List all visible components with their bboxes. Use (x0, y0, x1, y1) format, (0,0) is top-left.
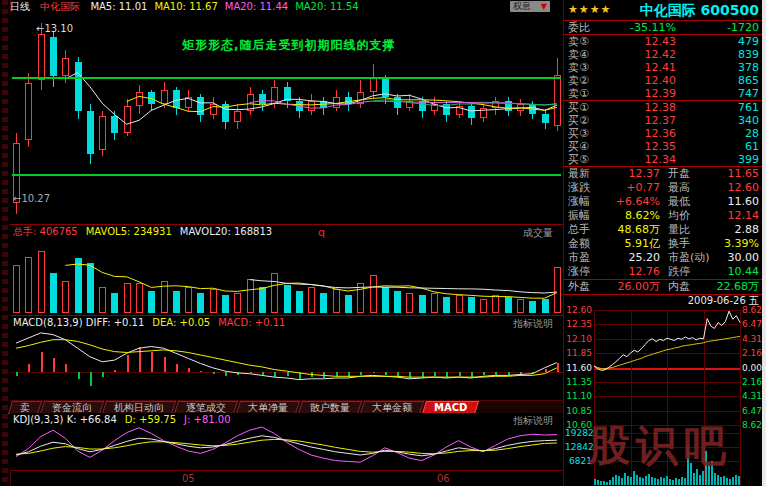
info-row: 最新12.37开盘11.65 (564, 167, 763, 181)
volume-pane[interactable]: 总手: 406765MAVOL5: 234931MAVOL20: 168813 … (10, 224, 563, 316)
kdj-help-link[interactable]: 指标说明 (513, 414, 553, 428)
rating-stars-icon: ★★★★ (568, 0, 611, 20)
ma-label: MA5: 11.01 (90, 1, 147, 12)
bid-row[interactable]: 买④12.3561 (564, 140, 763, 153)
bid-row[interactable]: 买⑤12.34399 (564, 153, 763, 166)
info-row: 涨幅+6.64%最低11.60 (564, 195, 763, 209)
chart-annotation: 矩形形态,随后走受到初期阳线的支撑 (182, 37, 396, 54)
legend-item: MAVOL5: 234931 (86, 226, 172, 237)
time-axis-label: 06 (437, 473, 450, 484)
volume-indicator-label[interactable]: 成交量 (523, 226, 553, 240)
macd-help-link[interactable]: 指标说明 (513, 317, 553, 331)
weibi-label: 委比 (568, 21, 602, 34)
quote-panel: ★★★★ 中化国际 600500 委比 -35.11% -1720 卖⑤12.4… (563, 0, 763, 486)
bid-ladder: 买①12.38761买②12.37340买③12.3628买④12.3561买⑤… (564, 101, 763, 167)
quote-info-grid: 最新12.37开盘11.65涨跌+0.77最高12.60涨幅+6.64%最低11… (564, 167, 763, 295)
ask-row[interactable]: 卖⑤12.43479 (564, 35, 763, 48)
resistance-line (12, 77, 561, 79)
ma-label: MA20: 11.44 (225, 1, 288, 12)
watermark-q: q (318, 226, 325, 239)
bid-row[interactable]: 买②12.37340 (564, 114, 763, 127)
ma-label: MA20: 11.54 (295, 1, 358, 12)
ma-values: MA5: 11.01MA10: 11.67MA20: 11.44MA20: 11… (90, 1, 365, 12)
legend-item: MAVOL20: 168813 (180, 226, 272, 237)
weibi-pct: -35.11% (602, 21, 676, 34)
legend-item: MACD: +0.11 (218, 317, 285, 328)
trading-terminal-window: 日线 中化国际 MA5: 11.01MA10: 11.67MA20: 11.44… (0, 0, 766, 486)
peak-price-label: ←13.10 (36, 23, 73, 34)
legend-item: KDJ(9,3,3) K: +66.84 (13, 414, 117, 425)
info-row: 外盘26.00万内盘22.68万 (564, 279, 763, 295)
info-row: 振幅8.62%均价12.14 (564, 209, 763, 223)
bid-row[interactable]: 买①12.38761 (564, 101, 763, 114)
volume-header: 总手: 406765MAVOL5: 234931MAVOL20: 168813 (13, 225, 280, 238)
quote-title-row: ★★★★ 中化国际 600500 (564, 0, 763, 21)
time-axis: 0506 (10, 470, 563, 486)
legend-item: MACD(8,13,9) DIFF: +0.11 (13, 317, 144, 328)
bid-row[interactable]: 买③12.3628 (564, 127, 763, 140)
exright-badge-label: 权息 (513, 1, 531, 11)
macd-header: MACD(8,13,9) DIFF: +0.11DEA: +0.05MACD: … (13, 316, 293, 329)
exright-badge[interactable]: 权息 ▼ (510, 1, 550, 12)
info-row: 总手48.68万量比2.88 (564, 223, 763, 237)
indicator-tab-bar: 卖资金流向机构日动向逐笔成交大单净量散户数量大单金额MACD (10, 400, 563, 414)
legend-item: DEA: +0.05 (152, 317, 210, 328)
ma-label: MA10: 11.67 (154, 1, 217, 12)
watermark-text: 股识吧 (588, 418, 732, 474)
info-row: 金额5.91亿换手3.39% (564, 237, 763, 251)
legend-item: D: +59.75 (125, 414, 176, 425)
volume-plot (10, 225, 563, 316)
kdj-pane[interactable]: KDJ(9,3,3) K: +66.84D: +59.75J: +81.00 指… (10, 413, 563, 470)
legend-item: 总手: 406765 (13, 226, 78, 237)
ask-row[interactable]: 卖②12.40865 (564, 74, 763, 87)
page-right-edge (762, 0, 766, 486)
ask-ladder: 卖⑤12.43479卖④12.42839卖③12.41378卖②12.40865… (564, 35, 763, 101)
info-row: 市盈25.20市盈(动)30.00 (564, 251, 763, 265)
ask-row[interactable]: 卖④12.42839 (564, 48, 763, 61)
exright-arrow-icon: ▼ (541, 2, 547, 11)
weibi-diff: -1720 (676, 21, 759, 34)
legend-item: J: +81.00 (184, 414, 231, 425)
time-axis-label: 05 (182, 473, 195, 484)
info-row: 涨停12.76跌停10.44 (564, 265, 763, 279)
macd-pane[interactable]: MACD(8,13,9) DIFF: +0.11DEA: +0.05MACD: … (10, 315, 563, 401)
support-line (12, 174, 561, 176)
kdj-header: KDJ(9,3,3) K: +66.84D: +59.75J: +81.00 (13, 413, 239, 426)
info-row: 涨跌+0.77最高12.60 (564, 181, 763, 195)
ask-row[interactable]: 卖①12.39747 (564, 87, 763, 100)
period-label[interactable]: 日线 (10, 1, 30, 12)
chart-header: 日线 中化国际 MA5: 11.01MA10: 11.67MA20: 11.44… (10, 0, 563, 13)
stock-name-label: 中化国际 (40, 1, 80, 12)
stock-title: 中化国际 600500 (611, 0, 759, 20)
candlestick-pane[interactable]: 矩形形态,随后走受到初期阳线的支撑 ←13.10 ←10.27 (10, 13, 563, 224)
intraday-mini-chart[interactable]: 股识吧 12.608.62%12.356.47%12.104.31%11.852… (564, 302, 763, 486)
trough-price-label: ←10.27 (13, 193, 50, 204)
ask-row[interactable]: 卖③12.41378 (564, 61, 763, 74)
weibi-row: 委比 -35.11% -1720 (564, 21, 763, 35)
